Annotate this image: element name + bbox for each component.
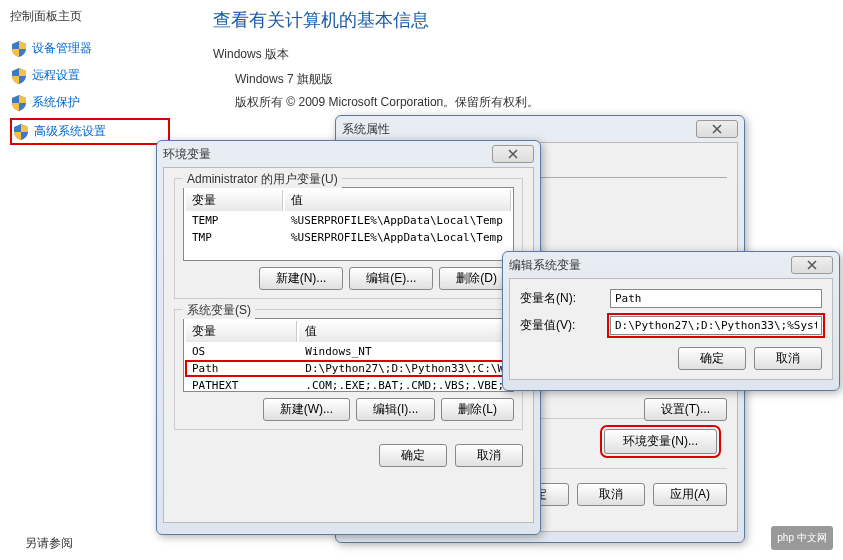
sidebar-title: 控制面板主页 bbox=[10, 8, 170, 25]
shield-icon bbox=[12, 95, 26, 111]
sys-vars-table[interactable]: 变量 值 OS Windows_NT Path D:\Python27\;D:\… bbox=[183, 318, 514, 392]
main-content: 查看有关计算机的基本信息 Windows 版本 Windows 7 旗舰版 版权… bbox=[205, 0, 843, 125]
table-row-path[interactable]: Path D:\Python27\;D:\Python33\;C:\Wi... bbox=[186, 361, 514, 376]
close-icon bbox=[712, 124, 722, 134]
table-header: 变量 值 bbox=[186, 321, 514, 342]
close-button[interactable] bbox=[791, 256, 833, 274]
sidebar-link[interactable]: 高级系统设置 bbox=[34, 123, 106, 140]
user-variables-group: Administrator 的用户变量(U) 变量 值 TEMP %USERPR… bbox=[174, 178, 523, 299]
sidebar-item-advanced-settings[interactable]: 高级系统设置 bbox=[10, 118, 170, 145]
close-icon bbox=[807, 260, 817, 270]
dialog-body: 变量名(N): 变量值(V): 确定 取消 bbox=[509, 278, 833, 380]
shield-icon bbox=[14, 124, 28, 140]
col-value: 值 bbox=[285, 190, 511, 211]
shield-icon bbox=[12, 68, 26, 84]
dialog-body: Administrator 的用户变量(U) 变量 值 TEMP %USERPR… bbox=[163, 167, 534, 523]
edit-button[interactable]: 编辑(I)... bbox=[356, 398, 435, 421]
variable-name-input[interactable] bbox=[610, 289, 822, 308]
col-name: 变量 bbox=[186, 190, 283, 211]
edit-button[interactable]: 编辑(E)... bbox=[349, 267, 433, 290]
sidebar-link[interactable]: 远程设置 bbox=[32, 67, 80, 84]
delete-button[interactable]: 删除(L) bbox=[441, 398, 514, 421]
windows-version: Windows 7 旗舰版 bbox=[213, 71, 835, 88]
cancel-button[interactable]: 取消 bbox=[754, 347, 822, 370]
dialog-titlebar: 系统属性 bbox=[336, 116, 744, 142]
page-title: 查看有关计算机的基本信息 bbox=[213, 8, 835, 32]
dialog-buttons: 确定 取消 bbox=[174, 440, 523, 471]
edit-system-variable-dialog: 编辑系统变量 变量名(N): 变量值(V): 确定 取消 bbox=[502, 251, 840, 391]
sidebar-item-device-manager[interactable]: 设备管理器 bbox=[10, 37, 170, 60]
sidebar-item-system-protection[interactable]: 系统保护 bbox=[10, 91, 170, 114]
settings-button[interactable]: 设置(T)... bbox=[644, 398, 727, 421]
dialog-title: 编辑系统变量 bbox=[509, 257, 791, 274]
ok-button[interactable]: 确定 bbox=[678, 347, 746, 370]
system-variables-group: 系统变量(S) 变量 值 OS Windows_NT Path D:\Pytho… bbox=[174, 309, 523, 430]
close-icon bbox=[508, 149, 518, 159]
variable-value-row: 变量值(V): bbox=[520, 316, 822, 335]
close-button[interactable] bbox=[696, 120, 738, 138]
cancel-button[interactable]: 取消 bbox=[455, 444, 523, 467]
environment-variables-button[interactable]: 环境变量(N)... bbox=[604, 429, 717, 454]
user-vars-table[interactable]: 变量 值 TEMP %USERPROFILE%\AppData\Local\Te… bbox=[183, 187, 514, 261]
close-button[interactable] bbox=[492, 145, 534, 163]
new-button[interactable]: 新建(N)... bbox=[259, 267, 344, 290]
table-row[interactable]: PATHEXT .COM;.EXE;.BAT;.CMD;.VBS;.VBE;..… bbox=[186, 378, 514, 392]
group-label: Administrator 的用户变量(U) bbox=[183, 171, 342, 188]
environment-variables-dialog: 环境变量 Administrator 的用户变量(U) 变量 值 TEMP %U… bbox=[156, 140, 541, 535]
table-header: 变量 值 bbox=[186, 190, 511, 211]
dialog-titlebar: 编辑系统变量 bbox=[503, 252, 839, 278]
table-row[interactable]: OS Windows_NT bbox=[186, 344, 514, 359]
dialog-title: 环境变量 bbox=[163, 146, 492, 163]
table-row[interactable]: TMP %USERPROFILE%\AppData\Local\Temp bbox=[186, 230, 511, 245]
field-label: 变量值(V): bbox=[520, 317, 610, 334]
sidebar-link[interactable]: 系统保护 bbox=[32, 94, 80, 111]
sidebar-footer: 另请参阅 bbox=[25, 535, 73, 552]
ok-button[interactable]: 确定 bbox=[379, 444, 447, 467]
col-value: 值 bbox=[299, 321, 514, 342]
dialog-buttons: 确定 取消 bbox=[520, 343, 822, 374]
user-var-buttons: 新建(N)... 编辑(E)... 删除(D) bbox=[183, 267, 514, 290]
dialog-titlebar: 环境变量 bbox=[157, 141, 540, 167]
field-label: 变量名(N): bbox=[520, 290, 610, 307]
table-row[interactable]: TEMP %USERPROFILE%\AppData\Local\Temp bbox=[186, 213, 511, 228]
shield-icon bbox=[12, 41, 26, 57]
sys-var-buttons: 新建(W)... 编辑(I)... 删除(L) bbox=[183, 398, 514, 421]
new-button[interactable]: 新建(W)... bbox=[263, 398, 350, 421]
col-name: 变量 bbox=[186, 321, 297, 342]
copyright-text: 版权所有 © 2009 Microsoft Corporation。保留所有权利… bbox=[213, 94, 835, 111]
apply-button[interactable]: 应用(A) bbox=[653, 483, 727, 506]
section-label: Windows 版本 bbox=[213, 46, 835, 63]
sidebar-item-remote-settings[interactable]: 远程设置 bbox=[10, 64, 170, 87]
cancel-button[interactable]: 取消 bbox=[577, 483, 645, 506]
dialog-title: 系统属性 bbox=[342, 121, 696, 138]
variable-name-row: 变量名(N): bbox=[520, 289, 822, 308]
group-label: 系统变量(S) bbox=[183, 302, 255, 319]
control-panel-sidebar: 控制面板主页 设备管理器 远程设置 系统保护 高级系统设置 bbox=[0, 0, 180, 157]
sidebar-link[interactable]: 设备管理器 bbox=[32, 40, 92, 57]
variable-value-input[interactable] bbox=[610, 316, 822, 335]
watermark-logo: php 中文网 bbox=[771, 526, 833, 550]
